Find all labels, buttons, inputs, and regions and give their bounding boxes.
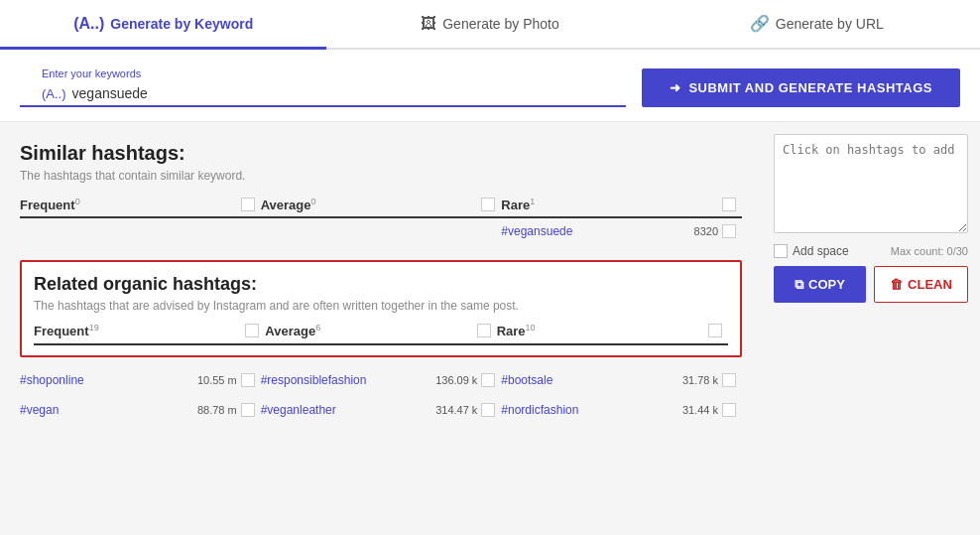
- related-rare-col: Rare10: [497, 323, 728, 346]
- add-space-text: Add space: [793, 244, 849, 258]
- similar-average-col: Average0: [261, 197, 502, 242]
- related-rare-checkbox[interactable]: [708, 324, 722, 337]
- tab-photo[interactable]: 🖼 Generate by Photo: [326, 0, 653, 50]
- related-row-0-average: #responsiblefashion 136.09 k: [261, 369, 502, 391]
- similar-average-label: Average0: [261, 197, 482, 212]
- tab-url[interactable]: 🔗 Generate by URL: [654, 0, 980, 50]
- related-frequent-label: Frequent19: [34, 323, 245, 338]
- similar-col-headers: Frequent0 Average0: [20, 197, 742, 242]
- related-r0-rare-count: 31.78 k: [682, 374, 718, 386]
- similar-rare-checkbox[interactable]: [722, 198, 736, 211]
- submit-button[interactable]: ➜ SUBMIT AND GENERATE HASHTAGS: [642, 68, 960, 107]
- similar-subtitle: The hashtags that contain similar keywor…: [20, 169, 742, 183]
- similar-rare-item-0: #vegansuede 8320: [501, 220, 742, 242]
- related-r0-rare-tag[interactable]: #bootsale: [501, 373, 678, 387]
- related-section: Related organic hashtags: The hashtags t…: [20, 260, 742, 356]
- related-r1-rare-tag[interactable]: #nordicfashion: [501, 403, 678, 417]
- related-row-1-frequent: #vegan 88.78 m: [20, 399, 261, 421]
- similar-rare-tag-0[interactable]: #vegansuede: [501, 224, 689, 238]
- related-subtitle: The hashtags that are advised by Instagr…: [34, 299, 728, 313]
- related-r0-frequent-count: 10.55 m: [197, 374, 237, 386]
- action-buttons: ⧉ COPY 🗑 CLEAN: [774, 266, 968, 303]
- similar-title: Similar hashtags:: [20, 142, 742, 165]
- similar-frequent-label: Frequent0: [20, 197, 241, 212]
- related-row-0-frequent: #shoponline 10.55 m: [20, 369, 261, 391]
- similar-frequent-checkbox[interactable]: [241, 198, 255, 211]
- similar-section: Similar hashtags: The hashtags that cont…: [20, 142, 742, 242]
- submit-arrow-icon: ➜: [670, 80, 681, 95]
- tab-photo-label: Generate by Photo: [442, 16, 559, 32]
- related-row-0: #shoponline 10.55 m #responsiblefashion …: [20, 365, 742, 395]
- related-r0-average-tag[interactable]: #responsiblefashion: [261, 373, 431, 387]
- hashtag-textarea[interactable]: [774, 134, 968, 233]
- related-average-col: Average6: [265, 323, 496, 346]
- related-r1-average-check[interactable]: [481, 403, 495, 417]
- related-frequent-col: Frequent19: [34, 323, 265, 346]
- related-r1-frequent-check[interactable]: [241, 403, 255, 417]
- related-row-1-rare: #nordicfashion 31.44 k: [501, 399, 742, 421]
- related-r0-frequent-tag[interactable]: #shoponline: [20, 373, 193, 387]
- related-r0-frequent-check[interactable]: [241, 373, 255, 387]
- similar-frequent-col: Frequent0: [20, 197, 261, 242]
- related-r1-frequent-count: 88.78 m: [197, 404, 237, 416]
- similar-rare-count-0: 8320: [694, 225, 718, 237]
- related-r1-frequent-tag[interactable]: #vegan: [20, 403, 193, 417]
- related-r1-rare-check[interactable]: [722, 403, 736, 417]
- related-rare-label: Rare10: [497, 323, 708, 338]
- related-r1-average-count: 314.47 k: [435, 404, 477, 416]
- similar-rare-item-checkbox-0[interactable]: [722, 224, 736, 238]
- related-average-checkbox[interactable]: [477, 324, 491, 337]
- related-row-1-average: #veganleather 314.47 k: [261, 399, 502, 421]
- tab-keyword-label: Generate by Keyword: [110, 16, 253, 32]
- related-hash-rows: #shoponline 10.55 m #responsiblefashion …: [20, 365, 742, 425]
- related-row-1: #vegan 88.78 m #veganleather 314.47 k #n…: [20, 395, 742, 425]
- related-r1-average-tag[interactable]: #veganleather: [261, 403, 431, 417]
- related-average-label: Average6: [265, 323, 476, 338]
- tab-url-label: Generate by URL: [776, 16, 884, 32]
- clean-button-label: CLEAN: [908, 277, 952, 292]
- similar-rare-items: #vegansuede 8320: [501, 220, 742, 242]
- copy-button-label: COPY: [808, 277, 845, 292]
- keyword-area: Enter your keywords (A..) ➜ SUBMIT AND G…: [0, 50, 980, 122]
- submit-button-label: SUBMIT AND GENERATE HASHTAGS: [688, 80, 932, 95]
- keyword-icon: (A..): [73, 15, 104, 33]
- related-frequent-checkbox[interactable]: [245, 324, 259, 337]
- keyword-text-input[interactable]: [72, 85, 618, 101]
- add-space-row: Add space Max count: 0/30: [774, 244, 968, 258]
- clean-button[interactable]: 🗑 CLEAN: [874, 266, 968, 303]
- left-panel: Similar hashtags: The hashtags that cont…: [0, 122, 762, 535]
- copy-button[interactable]: ⧉ COPY: [774, 266, 866, 303]
- related-r0-rare-check[interactable]: [722, 373, 736, 387]
- copy-icon: ⧉: [795, 277, 803, 293]
- keyword-label: Enter your keywords: [42, 67, 141, 79]
- related-r0-average-check[interactable]: [481, 373, 495, 387]
- max-count: Max count: 0/30: [891, 245, 968, 257]
- right-panel: Add space Max count: 0/30 ⧉ COPY 🗑 CLEAN: [762, 122, 980, 535]
- add-space-label-wrap: Add space: [774, 244, 849, 258]
- related-r1-rare-count: 31.44 k: [682, 404, 718, 416]
- related-r0-average-count: 136.09 k: [435, 374, 477, 386]
- similar-rare-label: Rare1: [501, 197, 722, 212]
- tab-bar: (A..) Generate by Keyword 🖼 Generate by …: [0, 0, 980, 50]
- similar-average-checkbox[interactable]: [481, 198, 495, 211]
- similar-rare-col: Rare1 #vegansuede 8320: [501, 197, 742, 242]
- trash-icon: 🗑: [890, 277, 903, 292]
- photo-icon: 🖼: [421, 15, 436, 33]
- main-content: Similar hashtags: The hashtags that cont…: [0, 122, 980, 535]
- keyword-field-icon: (A..): [42, 86, 66, 101]
- related-col-headers: Frequent19 Average6: [34, 323, 728, 346]
- related-title: Related organic hashtags:: [34, 274, 728, 295]
- related-row-0-rare: #bootsale 31.78 k: [501, 369, 742, 391]
- add-space-checkbox[interactable]: [774, 244, 788, 258]
- url-icon: 🔗: [750, 14, 770, 33]
- tab-keyword[interactable]: (A..) Generate by Keyword: [0, 0, 326, 50]
- keyword-input-wrap: Enter your keywords (A..): [20, 67, 626, 107]
